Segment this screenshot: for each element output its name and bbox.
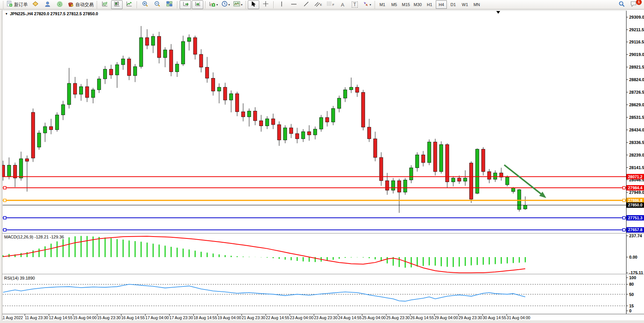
window-menu-icon[interactable]: ▼	[5, 12, 8, 16]
svg-text:23 Aug 04:00: 23 Aug 04:00	[290, 315, 314, 320]
tile-windows-button[interactable]	[164, 0, 175, 9]
equidistant-channel-button[interactable]: E	[312, 0, 324, 9]
zoom-in-button[interactable]	[139, 0, 151, 9]
auto-trading-button[interactable]: 自动交易	[66, 0, 95, 9]
line-handle	[3, 229, 6, 231]
periods-button[interactable]: ▾	[220, 0, 231, 9]
rsi-panel: 1008050150	[3, 275, 636, 313]
auto-scroll-icon	[182, 1, 189, 8]
price-lines: 28071.227984.427886.827850.027751.327657…	[3, 174, 644, 233]
svg-text:-175.11: -175.11	[629, 270, 643, 275]
svg-text:28921.5: 28921.5	[629, 65, 644, 69]
market-watch-button[interactable]	[42, 0, 53, 9]
chart-shift-marker[interactable]	[496, 11, 500, 14]
timeframe-h4[interactable]: H4	[436, 0, 447, 9]
svg-text:27984.4: 27984.4	[628, 185, 642, 190]
new-order-button[interactable]: 新订单	[5, 0, 29, 9]
chart-shift-icon	[194, 1, 201, 8]
cursor-button[interactable]	[248, 0, 259, 9]
svg-text:15 Aug 04:00: 15 Aug 04:00	[73, 315, 97, 320]
chart-frame	[0, 11, 644, 315]
auto-trading-icon	[67, 1, 74, 8]
svg-text:29309.0: 29309.0	[629, 15, 644, 19]
timeframe-mn[interactable]: MN	[471, 0, 482, 9]
svg-text:237.74: 237.74	[629, 233, 642, 238]
window-bottom-edge	[0, 320, 644, 323]
search-icon	[618, 1, 625, 9]
zoom-out-icon	[154, 1, 160, 8]
tile-windows-icon	[166, 1, 172, 8]
indicators-dropdown-arrow[interactable]: ▾	[216, 3, 218, 6]
svg-text:80: 80	[629, 282, 634, 286]
arrows-tool-button[interactable]: ▾	[361, 0, 373, 9]
svg-text:24 Aug 14:55: 24 Aug 14:55	[338, 315, 362, 320]
notifications-button[interactable]: 1	[628, 0, 639, 9]
svg-text:27850.0: 27850.0	[628, 203, 642, 207]
text-label-button[interactable]: T	[349, 0, 360, 9]
toolbar-separator	[205, 1, 206, 8]
profiles-button[interactable]	[30, 0, 41, 9]
toolbar-grip[interactable]	[374, 1, 375, 8]
auto-scroll-button[interactable]	[180, 0, 191, 9]
crosshair-button[interactable]	[260, 0, 271, 9]
candlestick-chart-icon	[114, 1, 120, 8]
fibonacci-button[interactable]: F	[325, 0, 336, 9]
window-left-border	[0, 10, 2, 323]
chart-canvas[interactable]: 29309.029211.529116.529019.028921.528824…	[0, 10, 644, 323]
templates-dropdown-arrow[interactable]: ▾	[241, 3, 242, 6]
search-button[interactable]	[616, 0, 627, 9]
svg-text:28434.0: 28434.0	[629, 128, 644, 132]
svg-text:21 Aug 23:30: 21 Aug 23:30	[242, 315, 265, 320]
candlestick-chart-button[interactable]	[111, 0, 123, 9]
signal-icon	[57, 1, 63, 8]
fibonacci-icon	[327, 1, 333, 8]
text-button[interactable]: A	[337, 0, 348, 9]
new-order-label: 新订单	[14, 2, 28, 8]
timeframe-w1[interactable]: W1	[459, 0, 470, 9]
vertical-line-button[interactable]	[276, 0, 287, 9]
svg-text:27886.8: 27886.8	[628, 198, 642, 203]
arrows-dropdown-arrow[interactable]: ▾	[370, 3, 371, 6]
signals-button[interactable]	[54, 0, 65, 9]
line-handle	[3, 216, 6, 219]
toolbar-separator	[273, 1, 274, 8]
svg-text:15: 15	[629, 304, 634, 308]
time-axis: 11 Aug 202211 Aug 23:3012 Aug 14:5515 Au…	[1, 314, 530, 320]
svg-text:27751.3: 27751.3	[628, 216, 642, 220]
svg-text:28071.2: 28071.2	[628, 174, 642, 179]
timeframe-d1[interactable]: D1	[448, 0, 459, 9]
timeframe-m1[interactable]: M1	[377, 0, 388, 9]
bar-chart-button[interactable]	[99, 0, 110, 9]
bar-chart-icon	[102, 1, 108, 8]
toolbar-grip[interactable]	[96, 1, 97, 8]
template-icon	[233, 1, 240, 8]
periods-dropdown-arrow[interactable]: ▾	[228, 3, 230, 6]
timeframe-m30[interactable]: M30	[412, 0, 423, 9]
mt4-terminal: { "toolbar": { "new_order": "新订单", "auto…	[0, 0, 644, 323]
trendline-button[interactable]	[300, 0, 312, 9]
line-chart-icon	[126, 1, 132, 8]
line-chart-button[interactable]	[123, 0, 135, 9]
timeframe-m15[interactable]: M15	[400, 0, 411, 9]
new-order-icon	[6, 1, 13, 8]
svg-text:18 Aug 14:55: 18 Aug 14:55	[193, 315, 217, 320]
svg-text:16 Aug 14:55: 16 Aug 14:55	[121, 315, 145, 320]
chart-shift-button[interactable]	[192, 0, 203, 9]
toolbar-grip[interactable]	[245, 1, 246, 8]
fibo-tag: F	[333, 3, 335, 6]
horizontal-line-icon	[291, 1, 297, 8]
toolbar-separator	[137, 1, 137, 8]
svg-text:100: 100	[629, 275, 636, 280]
trend-arrow[interactable]	[504, 165, 546, 198]
indicators-button[interactable]: ▾	[208, 0, 219, 9]
templates-button[interactable]: ▾	[232, 0, 244, 9]
timeframe-m5[interactable]: M5	[389, 0, 400, 9]
timeframe-h1[interactable]: H1	[424, 0, 435, 9]
zoom-out-button[interactable]	[151, 0, 163, 9]
toolbar-grip[interactable]	[3, 1, 4, 8]
horizontal-line-button[interactable]	[288, 0, 300, 9]
auto-trading-label: 自动交易	[75, 2, 94, 8]
line-handle	[3, 199, 6, 202]
cursor-arrow-icon	[251, 1, 256, 8]
macd-indicator-label: MACD(12,26,9) -128.21 -129.36	[4, 235, 64, 239]
